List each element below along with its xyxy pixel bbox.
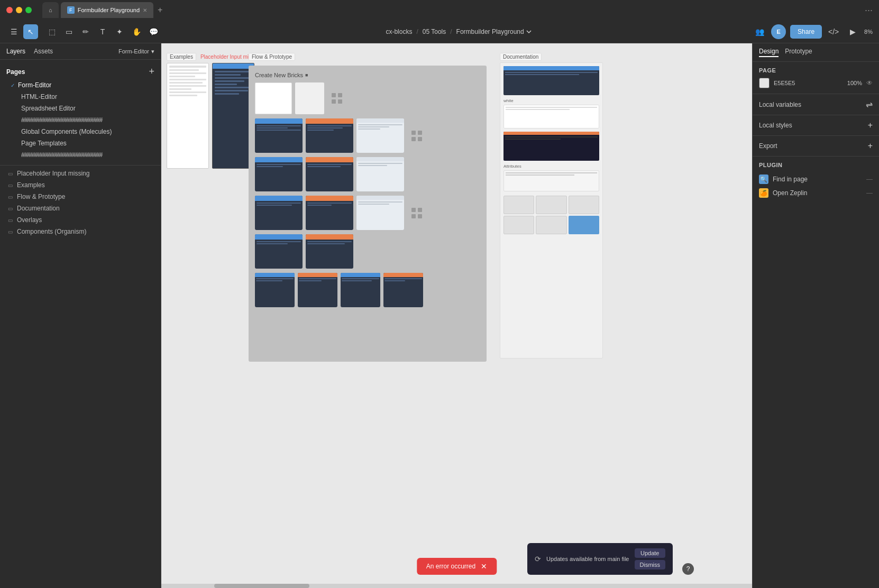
avatar: E (771, 24, 786, 39)
create-new-bricks-section: Create New Bricks ■ (255, 72, 480, 78)
local-variables-row: Local variables ⇌ (759, 99, 873, 109)
canvas-scrollbar[interactable] (161, 584, 752, 588)
maximize-button[interactable] (25, 7, 32, 13)
svg-rect-2 (332, 99, 336, 104)
doc-sub-label-2: Attributes (503, 164, 599, 169)
visibility-icon[interactable]: 👁 (866, 79, 873, 87)
more-options-button[interactable]: ··· (865, 5, 873, 16)
page-name: Global Components (Molecules) (21, 128, 112, 135)
share-button[interactable]: Share (790, 25, 822, 39)
select-tool[interactable]: ↖ (23, 24, 38, 39)
layers-tab[interactable]: Layers (6, 48, 25, 55)
assets-tab[interactable]: Assets (34, 48, 53, 55)
current-page-label[interactable]: Form-Editor ▾ (118, 48, 154, 55)
toolbar-right: 👥 E Share </> ▶ 8% (752, 24, 873, 39)
design-tab[interactable]: Design (759, 48, 779, 57)
pen-tool[interactable]: ✏ (78, 24, 93, 39)
hand-tool[interactable]: ✋ (129, 24, 144, 39)
layer-components-organism[interactable]: ▭ Components (Organism) (0, 226, 161, 237)
page-name: ########################### (21, 116, 102, 124)
brick-light-1 (356, 118, 404, 153)
doc-mini-thumb-selected (569, 216, 599, 234)
bricks-row-3 (255, 157, 480, 191)
layer-examples[interactable]: ▭ Examples (0, 179, 161, 191)
frame-tool[interactable]: ⬚ (44, 24, 59, 39)
page-name: ########################### (21, 151, 102, 159)
error-close-button[interactable]: ✕ (481, 562, 487, 571)
svg-rect-0 (332, 93, 336, 97)
page-item-hash1[interactable]: ########################### (0, 114, 161, 126)
layer-label: Examples (17, 181, 45, 189)
figma-tab[interactable]: F Formbuilder Playground ✕ (61, 2, 153, 18)
export-add-button[interactable]: + (868, 141, 873, 151)
local-styles-add-button[interactable]: + (868, 121, 873, 130)
page-section-title: Page (759, 67, 873, 74)
svg-rect-11 (418, 214, 422, 218)
local-variables-settings-button[interactable]: ⇌ (866, 99, 873, 109)
examples-frame: Examples Placeholder Input missing (167, 53, 261, 169)
breadcrumb: cx-blocks / 05 Tools / Formbuilder Playg… (386, 28, 531, 35)
toolbar: ☰ ↖ ⬚ ▭ ✏ T ✦ ✋ 💬 cx-blocks / 05 Tools /… (0, 20, 879, 43)
svg-rect-9 (418, 208, 422, 212)
brick-placeholder-light (295, 82, 324, 114)
brick-dark-10 (298, 273, 337, 307)
prototype-tab[interactable]: Prototype (785, 48, 812, 57)
page-item-html-editor[interactable]: HTML-Editor (0, 91, 161, 103)
export-section: Export + (753, 136, 879, 157)
layer-label: Overlays (17, 216, 42, 224)
tab-bar: ⌂ F Formbuilder Playground ✕ + (42, 2, 162, 18)
file-name-dropdown[interactable]: Formbuilder Playground (456, 28, 532, 35)
page-item-form-editor[interactable]: ✓ Form-Editor (0, 79, 161, 91)
text-tool[interactable]: T (95, 24, 110, 39)
page-item-spreadsheet[interactable]: Spreadsheet Editor (0, 103, 161, 114)
close-button[interactable] (6, 7, 13, 13)
examples-label: Examples (167, 53, 196, 61)
documentation-label: Documentation (500, 53, 542, 61)
page-color-swatch[interactable] (759, 78, 770, 88)
brick-placeholder-white (255, 82, 292, 114)
open-zeplin-toggle[interactable]: — (866, 189, 873, 197)
page-name: HTML-Editor (21, 93, 57, 100)
layer-flow-prototype[interactable]: ▭ Flow & Prototype (0, 191, 161, 203)
left-panel: Layers Assets Form-Editor ▾ Pages + ✓ Fo… (0, 43, 161, 588)
page-section: Page E5E5E5 100% 👁 (753, 62, 879, 94)
menu-button[interactable]: ☰ (6, 24, 21, 39)
layer-placeholder-input[interactable]: ▭ Placeholder Input missing (0, 168, 161, 179)
page-name: Form-Editor (18, 81, 51, 89)
add-tab-button[interactable]: + (158, 5, 162, 15)
local-styles-label: Local styles (759, 122, 792, 129)
minimize-button[interactable] (16, 7, 22, 13)
right-panel: Design Prototype Page E5E5E5 100% 👁 Loca… (752, 43, 879, 588)
updates-message: Updates available from main file (546, 556, 629, 562)
comment-tool[interactable]: 💬 (146, 24, 161, 39)
create-new-bricks-label: Create New Bricks (255, 72, 303, 78)
browser-home-tab[interactable]: ⌂ (42, 2, 59, 18)
rectangle-tool[interactable]: ▭ (61, 24, 76, 39)
layer-overlays[interactable]: ▭ Overlays (0, 214, 161, 226)
canvas-area[interactable]: Examples Placeholder Input missing (161, 43, 752, 588)
doc-thumbs-grid (503, 196, 599, 234)
brick-light-2 (356, 157, 404, 191)
tab-close-icon[interactable]: ✕ (143, 7, 147, 13)
play-button[interactable]: ▶ (845, 24, 860, 39)
brick-dark-2 (306, 118, 353, 153)
examples-thumbnails (167, 63, 261, 169)
find-in-page-toggle[interactable]: — (866, 176, 873, 183)
export-label: Export (759, 142, 777, 150)
flow-prototype-frame: Create New Bricks ■ (249, 66, 487, 362)
components-tool[interactable]: ✦ (112, 24, 127, 39)
help-button[interactable]: ? (682, 563, 694, 575)
present-button[interactable]: 👥 (752, 24, 767, 39)
page-item-global-components[interactable]: Global Components (Molecules) (0, 126, 161, 137)
window-controls (6, 7, 32, 13)
page-item-hash2[interactable]: ########################### (0, 149, 161, 161)
add-page-button[interactable]: + (149, 66, 154, 77)
code-view-button[interactable]: </> (826, 24, 841, 39)
brick-light-3 (356, 196, 404, 230)
update-button[interactable]: Update (635, 548, 666, 558)
brick-dark-8 (306, 234, 353, 269)
layer-documentation[interactable]: ▭ Documentation (0, 203, 161, 214)
bricks-row-6 (255, 273, 480, 307)
dismiss-button[interactable]: Dismiss (635, 560, 666, 569)
page-item-templates[interactable]: Page Templates (0, 137, 161, 149)
